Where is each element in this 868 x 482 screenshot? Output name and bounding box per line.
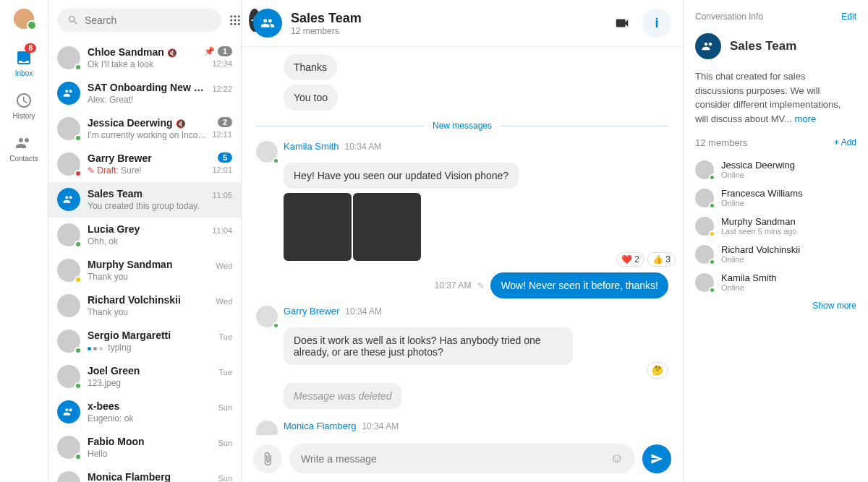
edit-link[interactable]: Edit <box>841 12 856 22</box>
sender-name[interactable]: Garry Brewer <box>284 306 339 317</box>
paperclip-icon <box>260 452 275 466</box>
search-box[interactable] <box>57 9 221 32</box>
list-header <box>48 0 241 40</box>
conversation-preview: Thank you <box>88 272 212 282</box>
conversation-preview: Hello <box>88 449 213 459</box>
sender-name[interactable]: Kamila Smith <box>284 141 339 152</box>
attachment-image[interactable] <box>284 193 352 261</box>
conversation-name: SAT Onboarding New Team <box>88 82 208 93</box>
member-item[interactable]: Kamila SmithOnline <box>695 268 856 296</box>
attachment-image[interactable] <box>353 193 421 261</box>
member-item[interactable]: Francesca WilliamsOnline <box>695 184 856 212</box>
compose-input-wrapper[interactable]: ☺ <box>289 444 635 473</box>
conversation-avatar <box>57 117 80 140</box>
conversation-item[interactable]: Sales TeamYou created this group today.1… <box>48 182 241 218</box>
conversation-item[interactable]: Sergio Margaretti typingTue <box>48 324 241 359</box>
conversation-avatar <box>57 82 80 105</box>
member-status: Online <box>721 255 800 264</box>
conversation-name: Sergio Margaretti <box>88 330 171 341</box>
muted-icon: 🔇 <box>176 119 186 128</box>
more-link[interactable]: more <box>795 113 817 124</box>
inbox-badge: 8 <box>25 43 36 53</box>
svg-point-8 <box>238 23 240 25</box>
conversation-item[interactable]: Murphy SandmanThank youWed <box>48 253 241 288</box>
member-name: Jessica Deerwing <box>721 160 795 171</box>
conversation-item[interactable]: SAT Onboarding New TeamAlex: Great!12:22 <box>48 76 241 111</box>
conversation-item[interactable]: Chloe Sandman🔇Ok I'll take a look📌112:34 <box>48 40 241 76</box>
message-bubble[interactable]: Hey! Have you seen our updated Vision ph… <box>284 163 519 189</box>
conversation-avatar <box>57 330 80 353</box>
conversation-item[interactable]: Joel Green123.jpegTue <box>48 359 241 395</box>
conversation-item[interactable]: Jessica Deerwing🔇I'm currently working o… <box>48 111 241 147</box>
show-more-link[interactable]: Show more <box>695 301 856 311</box>
conversation-preview: Ok I'll take a look <box>88 59 200 69</box>
sender-avatar[interactable] <box>256 141 278 163</box>
apps-button[interactable] <box>229 9 242 32</box>
conversation-name: Richard Volchinskii <box>88 294 181 306</box>
reaction[interactable]: ❤️ 2 <box>616 252 644 267</box>
edit-icon[interactable]: ✎ <box>477 280 485 291</box>
conversation-list: Chloe Sandman🔇Ok I'll take a look📌112:34… <box>48 40 241 482</box>
member-item[interactable]: Murphy SandmanLast seen 5 mins ago <box>695 212 856 240</box>
video-call-button[interactable] <box>608 9 637 38</box>
group-icon <box>260 16 275 30</box>
message-bubble[interactable]: Does it work as well as it looks? Has an… <box>284 327 573 365</box>
presence-dot <box>709 287 715 293</box>
conversation-item[interactable]: Fabio MoonHelloSun <box>48 430 241 465</box>
member-name: Murphy Sandman <box>721 216 797 227</box>
conversation-item[interactable]: Monica FlambergHey!Sun <box>48 465 241 482</box>
chat-avatar <box>253 9 282 38</box>
member-avatar <box>695 217 714 236</box>
member-status: Last seen 5 mins ago <box>721 227 797 236</box>
deleted-message: Message was deleted <box>284 383 401 409</box>
reaction[interactable]: 👍 3 <box>647 252 676 267</box>
conversation-item[interactable]: Lucia GreyOhh, ok11:04 <box>48 218 241 253</box>
conversation-name: Lucia Grey <box>88 223 140 235</box>
sender-name[interactable]: Monica Flamberg <box>284 421 356 431</box>
conversation-item[interactable]: Garry Brewer✎ Draft: Sure!512:01 <box>48 147 241 182</box>
search-input[interactable] <box>85 14 211 26</box>
conversation-preview: Eugenio: ok <box>88 413 213 423</box>
send-button[interactable] <box>642 444 671 473</box>
member-avatar <box>695 245 714 264</box>
nav-contacts[interactable]: Contacts <box>0 127 48 170</box>
nav-history[interactable]: History <box>0 85 48 127</box>
info-panel: Conversation Info Edit Sales Team This c… <box>684 0 868 482</box>
nav-history-label: History <box>12 112 35 120</box>
conversation-avatar <box>57 46 80 69</box>
conversation-avatar <box>57 400 80 423</box>
sender-avatar[interactable] <box>256 421 278 435</box>
message-bubble[interactable]: Wow! Never seen it before, thanks! <box>490 272 668 298</box>
chat-panel: Sales Team 12 members i Thanks You too N… <box>242 0 684 482</box>
conversation-list-panel: Chloe Sandman🔇Ok I'll take a look📌112:34… <box>48 0 242 482</box>
reaction[interactable]: 🤔 <box>647 362 668 379</box>
presence-dot <box>273 158 279 164</box>
svg-point-2 <box>238 15 240 17</box>
info-description: This chat created for sales discussions … <box>695 69 856 126</box>
emoji-button[interactable]: ☺ <box>610 451 624 466</box>
conversation-time: Sun <box>218 474 232 482</box>
unread-count: 2 <box>218 117 232 127</box>
apps-icon <box>229 14 242 27</box>
main-nav: 8 Inbox History Contacts <box>0 0 48 482</box>
conversation-avatar <box>57 436 80 459</box>
message-time: 10:37 AM <box>435 280 472 291</box>
nav-inbox[interactable]: 8 Inbox <box>0 42 48 85</box>
user-avatar[interactable] <box>14 9 34 29</box>
member-item[interactable]: Jessica DeerwingOnline <box>695 155 856 184</box>
info-button[interactable]: i <box>642 9 671 38</box>
presence-dot <box>709 202 715 209</box>
add-member-link[interactable]: + Add <box>834 137 856 148</box>
conversation-avatar <box>57 188 80 211</box>
message-group: Monica Flamberg10:34 AMI did. It works r… <box>256 421 668 435</box>
attach-button[interactable] <box>253 444 282 473</box>
svg-point-0 <box>230 15 232 17</box>
conversation-preview: You created this group today. <box>88 201 208 211</box>
members-list: Jessica DeerwingOnlineFrancesca Williams… <box>695 155 856 296</box>
conversation-name: Fabio Moon <box>88 436 145 447</box>
sender-avatar[interactable] <box>256 306 278 327</box>
message-input[interactable] <box>301 453 610 465</box>
conversation-item[interactable]: x-beesEugenio: okSun <box>48 395 241 430</box>
conversation-item[interactable]: Richard VolchinskiiThank youWed <box>48 288 241 324</box>
member-item[interactable]: Richard VolchinskiiOnline <box>695 240 856 268</box>
